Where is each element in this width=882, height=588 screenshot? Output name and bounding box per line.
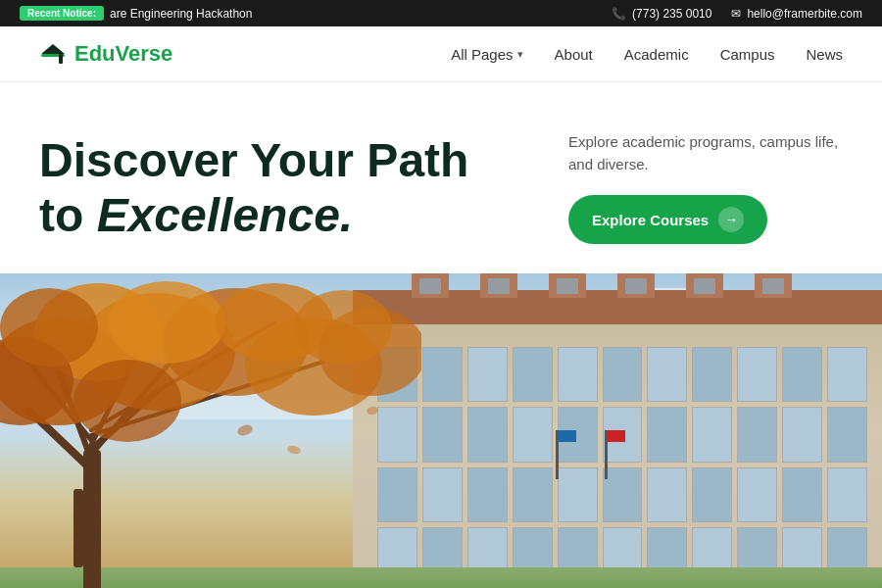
dormer-5 [686,273,723,298]
nav-about[interactable]: About [555,46,593,63]
notice-label: Recent Notice: [20,6,104,21]
phone-icon: 📞 [612,7,626,21]
logo-icon [39,40,67,68]
campus-background [0,273,882,588]
email-contact: ✉ hello@framerbite.com [731,7,862,21]
dormer-1 [412,273,449,298]
flag-pole-2 [605,430,608,479]
nav-academic[interactable]: Academic [624,46,689,63]
explore-courses-button[interactable]: Explore Courses → [568,195,767,244]
nav-campus[interactable]: Campus [720,46,775,63]
notice-left: Recent Notice: are Engineering Hackathon [20,6,252,21]
campus-building [353,318,882,588]
flag-2 [608,430,625,442]
notice-text: are Engineering Hackathon [110,7,252,21]
phone-number: (773) 235 0010 [632,7,711,21]
svg-rect-4 [74,489,83,567]
flag [559,430,576,442]
hero-left: Discover Your Path to Excellence. [39,133,568,241]
arrow-icon: → [718,207,744,232]
hero-italic: Excellence. [97,189,354,241]
building-windows [368,337,877,588]
dormer-2 [480,273,517,298]
flag-pole [556,430,559,479]
logo-text: EduVerse [74,41,172,67]
hero-right: Explore academic programs, campus life, … [568,131,843,244]
phone-contact: 📞 (773) 235 0010 [612,7,711,21]
dormer-3 [549,273,586,298]
main-nav: All Pages ▾ About Academic Campus News [451,46,843,63]
nav-news[interactable]: News [806,46,843,63]
svg-line-5 [29,411,91,469]
mail-icon: ✉ [731,7,741,21]
campus-image [0,273,882,588]
dormer-4 [617,273,655,298]
email-address: hello@framerbite.com [747,7,862,21]
hero-section: Discover Your Path to Excellence. Explor… [0,82,882,273]
chevron-down-icon: ▾ [517,48,523,61]
svg-rect-2 [59,54,63,64]
hero-description: Explore academic programs, campus life, … [568,131,843,175]
logo[interactable]: EduVerse [39,40,172,68]
notice-bar: Recent Notice: are Engineering Hackathon… [0,0,882,26]
hero-title: Discover Your Path to Excellence. [39,133,568,241]
header: EduVerse All Pages ▾ About Academic Camp… [0,26,882,82]
svg-point-25 [236,423,254,438]
dormer-6 [755,273,792,298]
svg-point-26 [286,444,302,455]
svg-marker-1 [41,44,65,54]
ground [0,567,882,588]
notice-right: 📞 (773) 235 0010 ✉ hello@framerbite.com [612,7,862,21]
nav-all-pages[interactable]: All Pages ▾ [451,46,522,63]
